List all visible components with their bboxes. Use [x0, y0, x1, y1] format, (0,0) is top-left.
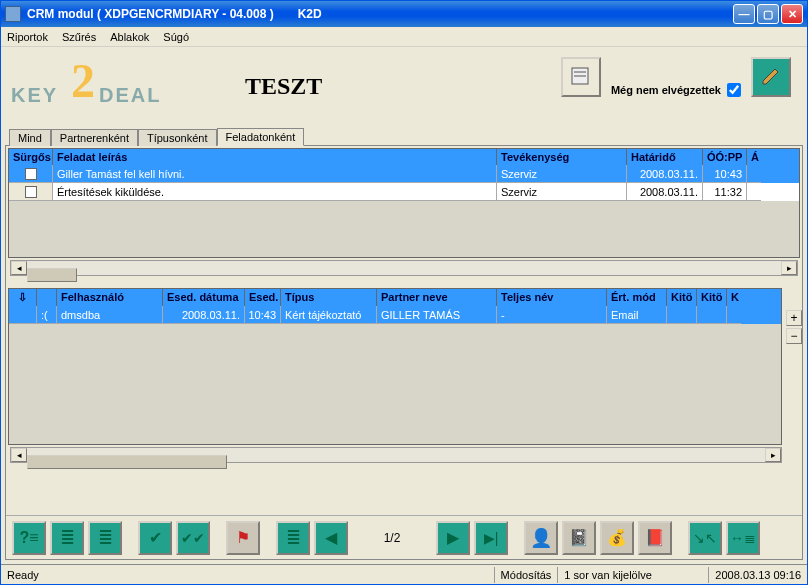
stamp-button[interactable]	[561, 57, 601, 97]
filter-checkbox[interactable]	[727, 83, 741, 97]
check-icon: ✔	[149, 528, 162, 547]
maximize-button[interactable]: ▢	[757, 4, 779, 24]
tb-next-button[interactable]: ▶	[436, 521, 470, 555]
arrow-end-icon: ▶|	[484, 530, 499, 546]
bottom-grid-hscroll[interactable]: ◂ ▸	[10, 447, 782, 463]
person-icon: 👤	[530, 527, 552, 549]
scroll-left-button[interactable]: ◂	[11, 448, 27, 462]
table-row[interactable]: Giller Tamást fel kell hívni. Szerviz 20…	[9, 165, 799, 183]
cell-felhasznalo: dmsdba	[57, 306, 163, 324]
tb-flag-button[interactable]: ⚑	[226, 521, 260, 555]
lines-icon: ≣	[60, 527, 75, 549]
cell-teljes: -	[497, 306, 607, 324]
tb-user-button[interactable]: 👤	[524, 521, 558, 555]
status-selection: 1 sor van kijelölve	[558, 567, 708, 583]
pencil-icon	[760, 66, 782, 88]
col-kito2[interactable]: Kitö	[697, 289, 727, 306]
tb-phonebook-button[interactable]: 📕	[638, 521, 672, 555]
col-partner[interactable]: Partner neve	[377, 289, 497, 306]
filter-label: Még nem elvégzettek	[611, 84, 721, 96]
lines-icon: ≣	[98, 527, 113, 549]
tb-list3-button[interactable]: ≣	[276, 521, 310, 555]
lines-icon: ≣	[286, 527, 301, 549]
expand-icon: ↔≣	[730, 530, 756, 546]
scroll-thumb[interactable]	[27, 268, 77, 282]
tb-help-button[interactable]: ?≡	[12, 521, 46, 555]
menu-riportok[interactable]: Riportok	[7, 31, 48, 43]
menu-ablakok[interactable]: Ablakok	[110, 31, 149, 43]
col-tipus[interactable]: Típus	[281, 289, 377, 306]
col-esed-datum[interactable]: Esed. dátuma	[163, 289, 245, 306]
col-face[interactable]	[37, 289, 57, 306]
edit-button[interactable]	[751, 57, 791, 97]
col-felhasznalo[interactable]: Felhasználó	[57, 289, 163, 306]
col-oopp[interactable]: ÓÓ:PP	[703, 149, 747, 165]
col-k[interactable]: K	[727, 289, 741, 306]
cell-hatarido: 2008.03.11.	[627, 165, 703, 183]
top-grid-header: Sürgős Feladat leírás Tevékenység Határi…	[9, 149, 799, 165]
top-grid-body: Giller Tamást fel kell hívni. Szerviz 20…	[9, 165, 799, 257]
add-row-button[interactable]: +	[786, 310, 802, 326]
col-ert-mod[interactable]: Ért. mód	[607, 289, 667, 306]
statusbar: Ready Módosítás 1 sor van kijelölve 2008…	[1, 564, 807, 584]
table-row[interactable]: Értesítések kiküldése. Szerviz 2008.03.1…	[9, 183, 799, 201]
bottom-grid[interactable]: ⇩ Felhasználó Esed. dátuma Esed. Típus P…	[8, 288, 782, 445]
table-row[interactable]: :( dmsdba 2008.03.11. 10:43 Kért tájékoz…	[9, 306, 781, 324]
moneybag-icon: 💰	[607, 528, 627, 547]
col-kito[interactable]: Kitö	[667, 289, 697, 306]
scroll-left-button[interactable]: ◂	[11, 261, 27, 275]
menu-sugo[interactable]: Súgó	[163, 31, 189, 43]
window-title: CRM modul ( XDPGENCRMDIARY - 04.008 )	[27, 7, 274, 21]
col-surgos[interactable]: Sürgős	[9, 149, 53, 165]
minimize-button[interactable]: —	[733, 4, 755, 24]
header-area: KEY 2 DEAL TESZT Még nem elvégzettek	[5, 51, 803, 125]
col-teljes[interactable]: Teljes név	[497, 289, 607, 306]
cell-hatarido: 2008.03.11.	[627, 183, 703, 201]
status-ready: Ready	[1, 567, 45, 583]
tab-feladatonkent[interactable]: Feladatonként	[217, 128, 305, 146]
remove-row-button[interactable]: −	[786, 328, 802, 344]
titlebar: CRM modul ( XDPGENCRMDIARY - 04.008 ) K2…	[1, 1, 807, 27]
col-esed[interactable]: Esed.	[245, 289, 281, 306]
tb-list1-button[interactable]: ≣	[50, 521, 84, 555]
urgent-checkbox[interactable]	[25, 168, 37, 180]
tb-last-button[interactable]: ▶|	[474, 521, 508, 555]
tb-list2-button[interactable]: ≣	[88, 521, 122, 555]
tb-notes-button[interactable]: 📓	[562, 521, 596, 555]
col-hatarido[interactable]: Határidő	[627, 149, 703, 165]
shrink-icon: ↘↖	[693, 530, 717, 546]
arrow-right-icon: ▶	[447, 528, 459, 547]
menu-szures[interactable]: Szűrés	[62, 31, 96, 43]
cell-partner: GILLER TAMÁS	[377, 306, 497, 324]
status-modositas: Módosítás	[495, 567, 558, 583]
cell-face: :(	[37, 306, 57, 324]
page-indicator: 1/2	[352, 531, 432, 545]
tb-money-button[interactable]: 💰	[600, 521, 634, 555]
tab-mind[interactable]: Mind	[9, 129, 51, 146]
urgent-checkbox[interactable]	[25, 186, 37, 198]
tb-shrink-button[interactable]: ↘↖	[688, 521, 722, 555]
col-feladat[interactable]: Feladat leírás	[53, 149, 497, 165]
menubar: Riportok Szűrés Ablakok Súgó	[1, 27, 807, 47]
toolbar: ?≡ ≣ ≣ ✔ ✔✔ ⚑ ≣ ◀ 1/2 ▶ ▶| 👤 📓 💰 📕	[6, 515, 802, 559]
logo-key: KEY	[11, 84, 58, 107]
col-tevekenyseg[interactable]: Tevékenység	[497, 149, 627, 165]
scroll-right-button[interactable]: ▸	[765, 448, 781, 462]
top-grid[interactable]: Sürgős Feladat leírás Tevékenység Határi…	[8, 148, 800, 258]
tb-expand-button[interactable]: ↔≣	[726, 521, 760, 555]
tabs: Mind Partnerenként Típusonként Feladaton…	[5, 125, 803, 145]
app-icon	[5, 6, 21, 22]
scroll-thumb[interactable]	[27, 455, 227, 469]
tb-check1-button[interactable]: ✔	[138, 521, 172, 555]
top-grid-hscroll[interactable]: ◂ ▸	[10, 260, 798, 276]
tab-tipusonkent[interactable]: Típusonként	[138, 129, 217, 146]
tb-prev-button[interactable]: ◀	[314, 521, 348, 555]
logo: KEY 2 DEAL	[11, 57, 181, 111]
tab-partnerenkent[interactable]: Partnerenként	[51, 129, 138, 146]
question-icon: ?≡	[19, 529, 38, 547]
tb-check2-button[interactable]: ✔✔	[176, 521, 210, 555]
col-tail[interactable]: Á	[747, 149, 761, 165]
close-button[interactable]: ✕	[781, 4, 803, 24]
scroll-right-button[interactable]: ▸	[781, 261, 797, 275]
page-title: TESZT	[245, 73, 322, 100]
